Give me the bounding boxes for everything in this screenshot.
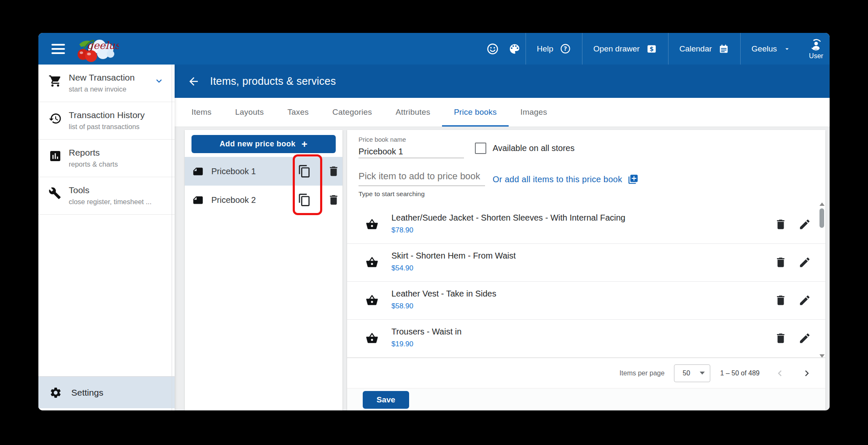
edit-item-icon[interactable] <box>798 256 811 269</box>
topbar-actions: Help ? Open drawer $ Calendar Geelus <box>482 33 830 65</box>
open-drawer-button[interactable]: Open drawer $ <box>582 33 668 65</box>
price-book-name-input[interactable] <box>359 145 464 158</box>
expand-chevron-icon[interactable] <box>154 76 164 86</box>
scroll-up-arrow[interactable] <box>819 202 825 206</box>
wrench-icon <box>49 187 61 200</box>
page-header: Items, products & services <box>175 65 830 98</box>
tab-images[interactable]: Images <box>509 98 559 127</box>
available-all-stores-checkbox[interactable] <box>475 143 486 154</box>
file-icon <box>192 194 204 206</box>
edit-item-icon[interactable] <box>798 332 811 345</box>
delete-pricebook-icon[interactable] <box>327 194 340 206</box>
tab-price-books[interactable]: Price books <box>442 98 508 127</box>
calendar-icon <box>718 43 729 54</box>
list-scrollbar[interactable] <box>819 202 825 359</box>
pick-item-input[interactable] <box>359 167 485 186</box>
svg-text:$: $ <box>650 46 654 52</box>
item-text: Skirt - Shorten Hem - From Waist $54.90 <box>391 251 516 272</box>
item-title: Skirt - Shorten Hem - From Waist <box>391 251 516 261</box>
basket-icon <box>366 256 378 269</box>
basket-icon <box>366 218 378 231</box>
item-text: Leather Vest - Take in Sides $58.90 <box>391 289 496 310</box>
items-per-page-value: 50 <box>683 369 690 377</box>
user-label: User <box>809 52 823 60</box>
pricebook-item-list: Leather/Suede Jacket - Shorten Sleeves -… <box>347 206 825 358</box>
item-title: Leather/Suede Jacket - Shorten Sleeves -… <box>391 213 625 223</box>
sidebar-item-reports[interactable]: Reports reports & charts <box>38 140 175 177</box>
items-per-page-select[interactable]: 50 <box>674 364 710 382</box>
account-label: Geelus <box>752 44 777 54</box>
scrollbar-thumb[interactable] <box>819 208 824 228</box>
help-icon: ? <box>560 43 571 54</box>
item-row-1[interactable]: Leather/Suede Jacket - Shorten Sleeves -… <box>347 206 825 244</box>
item-row-4[interactable]: Trousers - Waist in $19.90 <box>347 320 825 358</box>
next-page-icon[interactable] <box>801 367 813 379</box>
pricebook-name: Pricebook 1 <box>211 167 256 176</box>
account-menu[interactable]: Geelus <box>741 33 802 65</box>
delete-item-icon[interactable] <box>774 256 787 269</box>
svg-text:geelus: geelus <box>87 40 119 51</box>
cart-icon <box>49 74 62 88</box>
item-row-3[interactable]: Leather Vest - Take in Sides $58.90 <box>347 282 825 320</box>
item-title: Leather Vest - Take in Sides <box>391 289 496 299</box>
add-all-items-link[interactable]: Or add all items to this price book <box>493 174 639 185</box>
save-button[interactable]: Save <box>363 391 409 409</box>
menu-icon[interactable] <box>51 42 67 56</box>
pricebook-detail-panel: Price book name Available on all stores … <box>347 130 825 410</box>
pricebook-name: Pricebook 2 <box>211 195 256 205</box>
sidebar-item-tools[interactable]: Tools close register, timesheet ... <box>38 177 175 215</box>
switch-user-icon <box>809 38 824 52</box>
pricebook-list-panel: Add new price book + Pricebook 1 Pricebo… <box>185 130 342 410</box>
copy-pricebook-icon[interactable] <box>298 193 311 207</box>
calendar-button[interactable]: Calendar <box>669 33 740 65</box>
item-title: Trousers - Waist in <box>391 327 461 337</box>
page-title: Items, products & services <box>210 75 336 87</box>
tab-items[interactable]: Items <box>180 98 223 127</box>
pagination-bar: Items per page 50 1 – 50 of 489 <box>347 358 825 388</box>
tab-taxes[interactable]: Taxes <box>275 98 321 127</box>
edit-item-icon[interactable] <box>798 218 811 231</box>
smiley-icon[interactable] <box>482 33 504 65</box>
add-price-book-label: Add new price book <box>220 140 296 148</box>
geelus-logo: geelus <box>72 35 119 63</box>
tab-bar: Items Layouts Taxes Categories Attribute… <box>175 98 830 127</box>
back-arrow-icon[interactable] <box>187 75 200 88</box>
delete-item-icon[interactable] <box>774 294 787 307</box>
items-per-page-label: Items per page <box>620 369 665 377</box>
tab-layouts[interactable]: Layouts <box>223 98 275 127</box>
user-button[interactable]: User <box>802 33 830 65</box>
library-add-icon <box>628 174 639 185</box>
delete-pricebook-icon[interactable] <box>327 165 340 178</box>
content-area: Add new price book + Pricebook 1 Pricebo… <box>175 127 830 410</box>
basket-icon <box>366 294 378 307</box>
topbar: geelus Help ? Open drawer $ Calendar <box>38 33 830 65</box>
item-text: Trousers - Waist in $19.90 <box>391 327 461 348</box>
open-drawer-label: Open drawer <box>593 44 640 54</box>
settings-label: Settings <box>71 388 103 398</box>
delete-item-icon[interactable] <box>774 332 787 345</box>
pricebook-row-1[interactable]: Pricebook 1 <box>185 157 342 186</box>
sidebar-item-sublabel: start a new invoice <box>69 85 127 93</box>
tab-attributes[interactable]: Attributes <box>384 98 442 127</box>
item-price: $58.90 <box>391 302 496 310</box>
copy-pricebook-icon[interactable] <box>298 165 311 178</box>
scroll-down-arrow[interactable] <box>819 354 825 358</box>
pricebook-row-2[interactable]: Pricebook 2 <box>185 186 342 214</box>
previous-page-icon[interactable] <box>774 367 786 379</box>
delete-item-icon[interactable] <box>774 218 787 231</box>
sidebar-spacer <box>38 215 175 376</box>
sidebar-item-settings[interactable]: Settings <box>38 376 175 408</box>
footer-bar: Save <box>347 388 825 410</box>
sidebar-item-new-transaction[interactable]: New Transaction start a new invoice <box>38 65 175 102</box>
basket-icon <box>366 332 378 345</box>
add-price-book-button[interactable]: Add new price book + <box>191 135 336 153</box>
plus-icon: + <box>302 139 308 149</box>
pagination-range: 1 – 50 of 489 <box>720 369 760 377</box>
help-button[interactable]: Help ? <box>526 33 582 65</box>
edit-item-icon[interactable] <box>798 294 811 307</box>
palette-icon[interactable] <box>504 33 526 65</box>
sidebar-item-transaction-history[interactable]: Transaction History list of past transac… <box>38 102 175 140</box>
screen: geelus Help ? Open drawer $ Calendar <box>0 0 868 445</box>
item-row-2[interactable]: Skirt - Shorten Hem - From Waist $54.90 <box>347 244 825 282</box>
tab-categories[interactable]: Categories <box>321 98 384 127</box>
